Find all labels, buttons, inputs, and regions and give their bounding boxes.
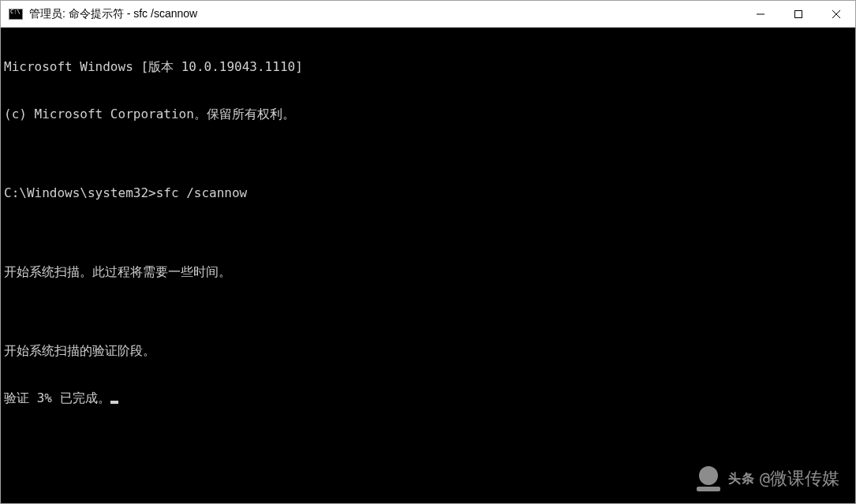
- cmd-icon: [9, 9, 23, 20]
- watermark-author: @微课传媒: [760, 471, 839, 487]
- terminal-text: 验证 3% 已完成。: [4, 390, 110, 405]
- title-bar[interactable]: 管理员: 命令提示符 - sfc /scannow: [1, 1, 855, 28]
- maximize-icon: [794, 9, 803, 19]
- close-button[interactable]: [817, 1, 855, 27]
- minimize-icon: [756, 9, 765, 19]
- terminal-output[interactable]: Microsoft Windows [版本 10.0.19043.1110] (…: [1, 28, 855, 503]
- maximize-button[interactable]: [779, 1, 817, 27]
- title-bar-left: 管理员: 命令提示符 - sfc /scannow: [1, 7, 197, 21]
- terminal-line: 开始系统扫描的验证阶段。: [4, 343, 852, 359]
- close-icon: [832, 9, 841, 19]
- terminal-line: Microsoft Windows [版本 10.0.19043.1110]: [4, 59, 852, 75]
- terminal-line: 验证 3% 已完成。: [4, 390, 852, 406]
- terminal-line: (c) Microsoft Corporation。保留所有权利。: [4, 106, 852, 122]
- window-title: 管理员: 命令提示符 - sfc /scannow: [29, 7, 197, 21]
- terminal-line: 开始系统扫描。此过程将需要一些时间。: [4, 264, 852, 280]
- watermark-logo-icon: [693, 464, 723, 494]
- window-controls: [742, 1, 855, 27]
- watermark-brand: 头条: [728, 471, 755, 487]
- minimize-button[interactable]: [742, 1, 779, 27]
- watermark: 头条 @微课传媒: [693, 464, 839, 494]
- app-window: 管理员: 命令提示符 - sfc /scannow Microsoft Wind…: [0, 0, 856, 504]
- svg-rect-1: [795, 10, 802, 17]
- terminal-line: C:\Windows\system32>sfc /scannow: [4, 185, 852, 201]
- cursor-icon: [110, 401, 118, 404]
